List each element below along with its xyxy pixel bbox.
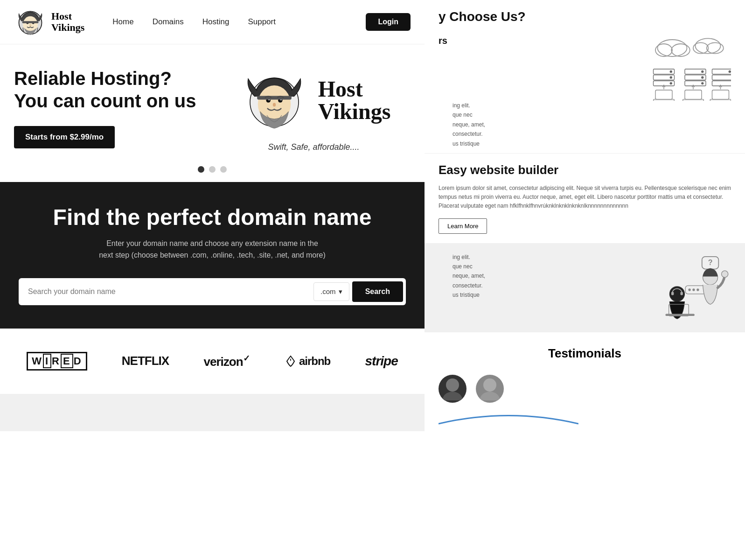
server-illustration	[647, 35, 731, 101]
hero-logo: Host Vikings Swift, Safe, affordable....	[217, 63, 411, 152]
svg-rect-5	[22, 21, 39, 23]
svg-point-25	[670, 82, 672, 84]
testimonials-title: Testimonials	[439, 346, 731, 361]
logo-icon	[14, 6, 47, 38]
hero-title: Reliable Hosting? You can count on us	[14, 67, 208, 112]
domain-search-section: Find the perfect domain name Enter your …	[0, 182, 425, 329]
svg-point-35	[729, 70, 731, 73]
chevron-down-icon: ▾	[339, 287, 342, 296]
brand-wired: WIRED	[27, 352, 87, 371]
svg-point-31	[701, 82, 703, 84]
nav-support[interactable]: Support	[248, 17, 276, 27]
hero-brand-text: Host Vikings	[318, 78, 391, 123]
why-choose-title: y Choose Us?	[439, 9, 731, 24]
right-panel: y Choose Us? rs	[425, 0, 745, 560]
avatar-1	[439, 375, 466, 403]
svg-point-12	[272, 103, 275, 107]
brand-stripe: stripe	[365, 354, 398, 369]
easy-builder-text: Lorem ipsum dolor sit amet, consectetur …	[439, 184, 731, 211]
avatar-svg-1	[439, 375, 466, 403]
support-svg: ?	[656, 252, 731, 323]
rs-server-row: rs	[425, 31, 745, 101]
right-mid-gray: ing elit. que nec neque, amet, consectet…	[425, 243, 745, 332]
svg-text:?: ?	[708, 258, 713, 266]
brands-section: WIRED NETFLIX verizon✓ airbnb stripe	[0, 329, 425, 394]
svg-point-23	[670, 70, 672, 73]
svg-point-30	[701, 76, 703, 78]
svg-point-55	[446, 378, 459, 392]
logo-text: Host Vikings	[51, 11, 84, 33]
carousel-dot-2[interactable]	[209, 166, 216, 173]
bottom-gray-area	[0, 394, 425, 431]
curve-decoration	[439, 407, 578, 426]
svg-point-47	[696, 288, 699, 291]
logo-area: Host Vikings	[14, 6, 84, 38]
domain-extension-select[interactable]: .com ▾	[313, 282, 349, 301]
easy-builder-section: Easy website builder Lorem ipsum dolor s…	[425, 153, 745, 243]
why-choose-section: y Choose Us?	[425, 0, 745, 31]
svg-point-4	[29, 24, 31, 26]
support-illustration: ?	[656, 252, 731, 322]
partial-text-2: ing elit. que nec neque, amet, consectet…	[439, 252, 499, 300]
avatar-2	[476, 375, 504, 403]
hero-section: Reliable Hosting? You can count on us St…	[0, 44, 425, 161]
svg-rect-38	[685, 90, 702, 99]
carousel-dot-3[interactable]	[220, 166, 227, 173]
hero-tagline: Swift, Safe, affordable....	[268, 142, 359, 152]
svg-rect-53	[671, 292, 674, 295]
nav-links: Home Domains Hosting Support	[112, 17, 366, 27]
svg-point-29	[701, 70, 703, 73]
partial-text-1: ing elit. que nec neque, amet, consectet…	[439, 101, 499, 148]
brand-verizon: verizon✓	[204, 353, 250, 369]
domain-search-row: .com ▾ Search	[19, 278, 406, 305]
navbar: Host Vikings Home Domains Hosting Suppor…	[0, 0, 425, 44]
nav-domains[interactable]: Domains	[153, 17, 184, 27]
svg-rect-40	[712, 90, 729, 99]
testimonial-avatars	[439, 370, 731, 407]
svg-point-46	[692, 288, 695, 291]
domain-search-input[interactable]	[19, 281, 313, 302]
domain-title: Find the perfect domain name	[19, 205, 406, 230]
svg-point-56	[483, 378, 496, 392]
learn-more-button[interactable]: Learn More	[439, 218, 487, 234]
svg-rect-13	[257, 96, 292, 99]
carousel-dots	[0, 161, 425, 182]
svg-rect-34	[712, 81, 731, 86]
avatar-svg-2	[476, 375, 504, 403]
brand-airbnb: airbnb	[284, 355, 330, 368]
wired-r: R	[52, 355, 60, 367]
brand-netflix: NETFLIX	[122, 354, 169, 368]
domain-subtitle: Enter your domain name and choose any ex…	[19, 238, 406, 261]
testimonials-section: Testimonials	[425, 332, 745, 560]
hero-logo-image: Host Vikings	[237, 63, 391, 138]
server-svg	[647, 35, 731, 103]
svg-point-45	[688, 288, 690, 291]
hero-text: Reliable Hosting? You can count on us St…	[14, 67, 208, 148]
svg-rect-33	[712, 75, 731, 80]
left-panel: Host Vikings Home Domains Hosting Suppor…	[0, 0, 425, 560]
svg-point-49	[722, 271, 728, 277]
svg-rect-54	[681, 292, 683, 295]
wired-d: D	[74, 355, 82, 367]
nav-hosting[interactable]: Hosting	[202, 17, 230, 27]
svg-rect-36	[655, 90, 672, 99]
hero-viking-icon	[237, 63, 312, 138]
wired-w: W	[32, 355, 42, 367]
nav-home[interactable]: Home	[112, 17, 133, 27]
svg-rect-32	[712, 69, 731, 74]
easy-builder-title: Easy website builder	[439, 163, 731, 177]
partial-text-area: ing elit. que nec neque, amet, consectet…	[425, 101, 745, 153]
starts-from-button[interactable]: Starts from $2.99/mo	[14, 126, 115, 148]
wired-e: E	[61, 354, 73, 368]
rs-label: rs	[439, 35, 447, 46]
carousel-dot-1[interactable]	[198, 166, 204, 173]
svg-point-24	[670, 76, 672, 78]
wired-i: I	[43, 354, 51, 368]
airbnb-icon	[284, 355, 297, 368]
domain-search-button[interactable]: Search	[352, 281, 403, 302]
login-button[interactable]: Login	[366, 13, 411, 31]
